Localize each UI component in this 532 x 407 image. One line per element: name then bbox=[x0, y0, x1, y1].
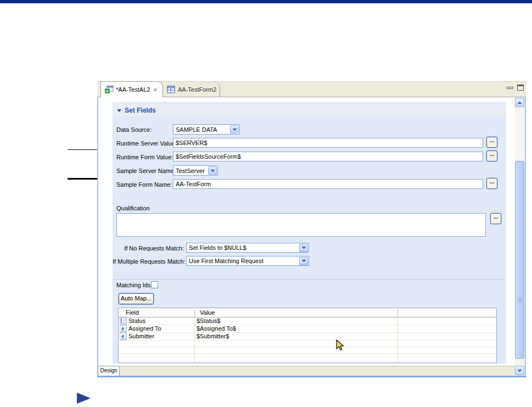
no-match-label: If No Requests Match: bbox=[113, 245, 184, 252]
runtime-form-browse-button[interactable]: ... bbox=[486, 150, 497, 161]
sample-form-browse-button[interactable]: ... bbox=[486, 178, 497, 189]
sample-form-input[interactable]: AA-TestForm bbox=[173, 179, 483, 189]
auto-map-button[interactable]: Auto Map... bbox=[119, 293, 154, 304]
no-match-select[interactable]: Set Fields to $NULL$ bbox=[186, 243, 309, 253]
svg-text:e: e bbox=[121, 333, 125, 339]
runtime-server-label: Runtime Server Value: bbox=[116, 140, 177, 147]
qualification-browse-button[interactable]: ... bbox=[490, 213, 501, 224]
tab-aa-testal2[interactable]: *AA-TestAL2 × bbox=[100, 81, 163, 97]
sample-form-label: Sample Form Name: bbox=[116, 181, 172, 188]
tab-label: AA-TestForm2 bbox=[178, 86, 216, 93]
field-mapping-table[interactable]: Field Value Status $Status$ bbox=[118, 308, 497, 363]
dropdown-arrow-icon[interactable] bbox=[230, 125, 239, 133]
sample-server-label: Sample Server Name: bbox=[116, 168, 176, 174]
window-bottom-border bbox=[97, 376, 526, 377]
scroll-up-icon[interactable] bbox=[515, 98, 524, 107]
column-gridline bbox=[194, 317, 195, 363]
runtime-server-input[interactable]: $SERVER$ bbox=[173, 138, 483, 148]
runtime-form-input[interactable]: $SetFieldsSourceForm$ bbox=[173, 152, 483, 161]
character-field-icon: e bbox=[120, 333, 127, 341]
table-row-empty[interactable] bbox=[119, 354, 496, 360]
table-row-empty[interactable] bbox=[119, 347, 496, 354]
selection-list-field-icon bbox=[120, 317, 127, 326]
maximize-view-icon[interactable] bbox=[517, 85, 524, 91]
table-row[interactable]: e Assigned To $Assigned To$ bbox=[119, 325, 496, 333]
dropdown-arrow-icon[interactable] bbox=[299, 244, 308, 252]
qualification-label: Qualification bbox=[116, 205, 150, 211]
svg-text:e: e bbox=[121, 326, 125, 332]
section-header[interactable]: Set Fields bbox=[113, 104, 506, 116]
window-right-border bbox=[525, 97, 526, 376]
table-row[interactable]: e Submitter $Submitter$ bbox=[119, 333, 496, 341]
collapse-triangle-icon[interactable] bbox=[117, 109, 121, 112]
set-fields-panel: Set Fields Data Source: SAMPLE DATA Runt… bbox=[113, 102, 506, 364]
sample-server-select[interactable]: TestServer bbox=[173, 165, 218, 176]
character-field-icon: e bbox=[120, 325, 127, 333]
mouse-cursor-icon bbox=[336, 339, 345, 353]
column-divider[interactable] bbox=[194, 309, 195, 317]
table-header-row: Field Value bbox=[119, 308, 496, 317]
vertical-scrollbar[interactable] bbox=[515, 98, 525, 376]
matching-ids-label: Matching Ids bbox=[116, 282, 150, 288]
data-source-select[interactable]: SAMPLE DATA bbox=[173, 124, 240, 135]
matching-ids-checkbox[interactable] bbox=[151, 281, 158, 288]
separator-line bbox=[114, 279, 505, 280]
multi-match-label: If Multiple Requests Match: bbox=[113, 258, 184, 265]
minimize-view-icon[interactable] bbox=[507, 87, 513, 89]
multi-match-select[interactable]: Use First Matching Request bbox=[186, 256, 309, 266]
dropdown-arrow-icon[interactable] bbox=[208, 166, 217, 175]
column-header-field[interactable]: Field bbox=[126, 309, 139, 316]
table-row[interactable]: Status $Status$ bbox=[119, 317, 496, 325]
column-gridline bbox=[397, 317, 398, 363]
top-border-bar bbox=[0, 0, 532, 3]
tab-label: *AA-TestAL2 bbox=[116, 86, 150, 93]
step-marker-triangle-icon bbox=[77, 393, 91, 404]
editor-window: *AA-TestAL2 × AA-TestForm2 Set Fields Da… bbox=[97, 81, 526, 377]
section-title: Set Fields bbox=[125, 107, 156, 114]
dropdown-arrow-icon[interactable] bbox=[299, 257, 308, 265]
scroll-down-icon[interactable] bbox=[515, 366, 524, 375]
tab-design[interactable]: Design bbox=[98, 366, 120, 376]
runtime-server-browse-button[interactable]: ... bbox=[486, 137, 497, 148]
tab-close-icon[interactable]: × bbox=[153, 86, 156, 93]
column-divider[interactable] bbox=[397, 309, 398, 317]
tab-aa-testform2[interactable]: AA-TestForm2 bbox=[163, 82, 220, 97]
runtime-form-label: Runtime Form Value: bbox=[116, 154, 173, 160]
qualification-textarea[interactable] bbox=[116, 213, 486, 237]
bottom-tab-bar bbox=[98, 366, 515, 376]
data-source-label: Data Source: bbox=[116, 126, 152, 133]
scrollbar-thumb[interactable] bbox=[515, 161, 524, 359]
column-header-value[interactable]: Value bbox=[200, 309, 215, 316]
form-icon bbox=[167, 86, 176, 93]
active-link-icon bbox=[105, 86, 114, 93]
table-row-empty[interactable] bbox=[119, 341, 496, 347]
